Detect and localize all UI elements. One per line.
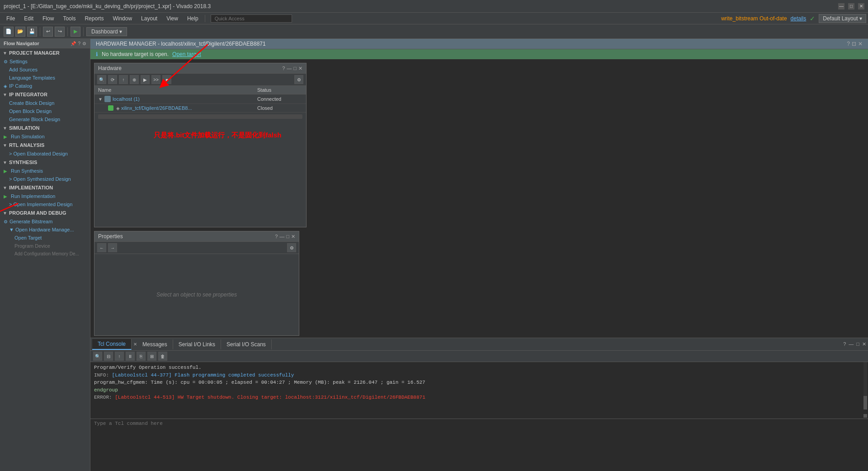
quick-access-input[interactable] <box>211 14 292 23</box>
nav-open-target[interactable]: Open Target <box>0 234 90 242</box>
hw-panel-close-icon[interactable]: ✕ <box>298 66 302 71</box>
tcl-max-icon[interactable]: □ <box>856 341 859 347</box>
nav-run-synthesis[interactable]: ▶ Run Synthesis <box>0 167 90 175</box>
tcl-expand-btn[interactable]: ⊞ <box>147 352 156 361</box>
toolbar-save-btn[interactable]: 💾 <box>27 27 37 37</box>
main-content: HARDWARE MANAGER - localhost/xilinx_tcf/… <box>90 39 868 471</box>
menu-window[interactable]: Window <box>108 14 137 23</box>
default-layout-button[interactable]: Default Layout ▾ <box>819 14 866 23</box>
menu-edit[interactable]: Edit <box>19 14 38 23</box>
menu-reports[interactable]: Reports <box>80 14 108 23</box>
hw-close-icon[interactable]: ✕ <box>858 41 863 47</box>
section-ip-integrator-header[interactable]: ▼ IP INTEGRATOR <box>0 90 90 99</box>
props-close-icon[interactable]: ✕ <box>291 234 295 240</box>
hw-refresh-btn[interactable]: ⟳ <box>108 75 117 84</box>
hw-more-btn[interactable]: >> <box>151 75 160 84</box>
tcl-line-4: endgroup <box>94 386 864 394</box>
nav-settings[interactable]: ⚙ Settings <box>0 57 90 66</box>
hw-row-xilinx[interactable]: ◈ xilinx_tcf/Digilent/26FBDAEB8... Close… <box>94 104 306 113</box>
menu-view[interactable]: View <box>162 14 183 23</box>
hw-scrollbar[interactable] <box>98 114 302 119</box>
hw-row-localhost[interactable]: ▼ localhost (1) Connected <box>94 94 306 104</box>
hw-up-btn[interactable]: ↑ <box>119 75 128 84</box>
flow-nav-icon-pin[interactable]: 📌 <box>71 41 76 46</box>
flow-nav-icon-help[interactable]: ? <box>78 41 80 46</box>
tab-tcl-console[interactable]: Tcl Console <box>92 339 132 350</box>
hw-search-btn[interactable]: 🔍 <box>97 75 106 84</box>
tcl-pause-btn[interactable]: ⏸ <box>126 352 135 361</box>
menu-help[interactable]: Help <box>183 14 203 23</box>
hw-panel-max-icon[interactable]: □ <box>293 66 297 71</box>
tab-serial-io-scans[interactable]: Serial I/O Scans <box>221 339 272 349</box>
flow-nav-content: ▼ PROJECT MANAGER ⚙ Settings Add Sources… <box>0 48 90 471</box>
nav-add-config-memory[interactable]: Add Configuration Memory De... <box>0 250 90 258</box>
close-button[interactable]: ✕ <box>858 3 864 9</box>
section-project-manager-header[interactable]: ▼ PROJECT MANAGER <box>0 48 90 57</box>
hw-xilinx-name: xilinx_tcf/Digilent/26FBDAEB8... <box>121 105 257 111</box>
tcl-filter-btn[interactable]: ⊟ <box>104 352 113 361</box>
section-program-debug-header[interactable]: ▼ PROGRAM AND DEBUG <box>0 208 90 217</box>
menu-layout[interactable]: Layout <box>137 14 162 23</box>
nav-language-templates[interactable]: Language Templates <box>0 74 90 82</box>
details-link[interactable]: details <box>791 15 807 22</box>
tcl-close-icon[interactable]: ✕ <box>862 341 866 347</box>
menu-tools[interactable]: Tools <box>58 14 80 23</box>
nav-open-elaborated-design[interactable]: > Open Elaborated Design <box>0 150 90 158</box>
props-min-icon[interactable]: — <box>279 234 284 240</box>
props-settings-btn[interactable]: ⚙ <box>287 243 296 252</box>
hw-panel-help-icon[interactable]: ? <box>282 66 285 71</box>
hw-settings-btn[interactable]: ⚙ <box>294 75 303 84</box>
nav-open-implemented-design[interactable]: > Open Implemented Design <box>0 200 90 208</box>
tcl-vscroll[interactable] <box>863 362 867 410</box>
menu-file[interactable]: File <box>2 14 19 23</box>
section-implementation-header[interactable]: ▼ IMPLEMENTATION <box>0 183 90 192</box>
nav-ip-catalog[interactable]: ◈ IP Catalog <box>0 82 90 90</box>
tcl-clear-btn[interactable]: 🗑 <box>158 352 167 361</box>
tcl-copy-btn[interactable]: ⎘ <box>137 352 146 361</box>
hw-float-icon[interactable]: ⊡ <box>852 41 856 47</box>
tab-serial-io-links[interactable]: Serial I/O Links <box>173 339 221 349</box>
toolbar-undo-btn[interactable]: ↩ <box>43 27 53 37</box>
tcl-tab-close[interactable]: ✕ <box>133 342 137 347</box>
toolbar-open-btn[interactable]: 📂 <box>15 27 25 37</box>
hw-stop-btn[interactable]: ■ <box>162 75 171 84</box>
tcl-command-input[interactable] <box>90 419 868 428</box>
props-help-icon[interactable]: ? <box>275 234 278 240</box>
maximize-button[interactable]: □ <box>848 3 854 9</box>
flow-nav-icon-settings[interactable]: ⚙ <box>82 41 86 46</box>
toolbar-new-btn[interactable]: 📄 <box>4 27 14 37</box>
props-max-icon[interactable]: □ <box>286 234 289 240</box>
tcl-help-icon[interactable]: ? <box>843 341 846 347</box>
tab-messages[interactable]: Messages <box>137 339 173 349</box>
hw-help-icon[interactable]: ? <box>847 41 850 47</box>
toolbar-run-btn[interactable]: ▶ <box>71 27 80 37</box>
tcl-search-btn[interactable]: 🔍 <box>93 352 102 361</box>
open-target-link[interactable]: Open target <box>172 51 201 57</box>
nav-create-block-design[interactable]: Create Block Design <box>0 99 90 107</box>
hw-play-btn[interactable]: ▶ <box>141 75 150 84</box>
props-fwd-btn[interactable]: → <box>108 243 117 252</box>
hw-panel-min-icon[interactable]: — <box>287 66 292 71</box>
nav-open-hardware-manager[interactable]: ▼ Open Hardware Manage... <box>0 226 90 234</box>
props-back-btn[interactable]: ← <box>97 243 106 252</box>
toolbar-redo-btn[interactable]: ↪ <box>55 27 65 37</box>
nav-generate-block-design[interactable]: Generate Block Design <box>0 115 90 123</box>
nav-open-block-design[interactable]: Open Block Design <box>0 107 90 115</box>
tcl-vscroll-thumb[interactable] <box>863 396 867 410</box>
nav-program-device[interactable]: Program Device <box>0 242 90 250</box>
nav-run-simulation[interactable]: ▶ Run Simulation <box>0 132 90 141</box>
nav-add-sources[interactable]: Add Sources <box>0 66 90 74</box>
section-synthesis-header[interactable]: ▼ SYNTHESIS <box>0 158 90 167</box>
section-simulation-header[interactable]: ▼ SIMULATION <box>0 123 90 132</box>
menu-flow[interactable]: Flow <box>38 14 58 23</box>
nav-open-synthesized-design[interactable]: > Open Synthesized Design <box>0 175 90 183</box>
tcl-min-icon[interactable]: — <box>849 341 854 347</box>
nav-run-implementation[interactable]: ▶ Run Implementation <box>0 192 90 200</box>
menu-separator <box>205 15 205 22</box>
dashboard-button[interactable]: Dashboard ▾ <box>86 27 127 36</box>
section-rtl-analysis-header[interactable]: ▼ RTL ANALYSIS <box>0 141 90 150</box>
tcl-up-btn[interactable]: ↑ <box>115 352 124 361</box>
minimize-button[interactable]: — <box>838 3 844 9</box>
hw-target-btn[interactable]: ⊕ <box>130 75 139 84</box>
nav-generate-bitstream[interactable]: ⚙ Generate Bitstream <box>0 217 90 226</box>
